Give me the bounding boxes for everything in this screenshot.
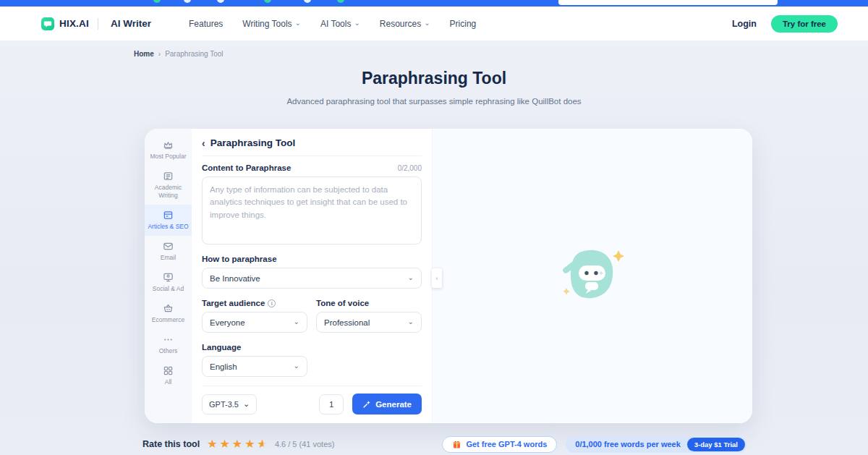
nav-menu: Features Writing Tools ⌄ AI Tools ⌄ Reso… <box>189 19 476 29</box>
grid-icon <box>163 365 174 376</box>
paraphrase-form: ‹ Paraphrasing Tool Content to Paraphras… <box>192 129 432 423</box>
nav-item-ai-tools[interactable]: AI Tools ⌄ <box>320 19 360 29</box>
nav-item-label: Features <box>189 19 223 29</box>
nav-item-label: AI Tools <box>320 19 351 29</box>
content-label-row: Content to Paraphrase 0/2,000 <box>202 163 422 172</box>
star-icon[interactable]: ★ <box>244 438 255 450</box>
language-select[interactable]: English ⌄ <box>202 356 307 377</box>
breadcrumb-separator: › <box>158 50 161 58</box>
info-icon[interactable]: i <box>268 299 276 307</box>
language-label: Language <box>202 343 422 352</box>
chevron-down-icon: ⌄ <box>294 362 299 370</box>
hix-logo-icon <box>41 17 54 30</box>
target-audience-label-text: Target audience <box>202 299 265 307</box>
email-icon <box>163 241 174 252</box>
toolbar-partial-icon <box>337 0 344 3</box>
chevron-down-icon: ⌄ <box>408 318 414 326</box>
chevron-down-icon: ⌄ <box>295 20 301 27</box>
generate-button[interactable]: Generate <box>352 394 422 414</box>
model-value: GPT-3.5 <box>209 400 239 409</box>
sidebar-item-all[interactable]: All <box>145 360 192 391</box>
trial-badge[interactable]: 3-day $1 Trial <box>687 438 745 451</box>
brand-divider <box>98 18 98 30</box>
nav-item-features[interactable]: Features <box>189 19 223 29</box>
star-icon[interactable]: ★ <box>232 438 242 450</box>
academic-writing-icon <box>163 171 174 182</box>
char-counter: 0/2,000 <box>398 164 422 172</box>
get-free-gpt4-words-pill[interactable]: Get free GPT-4 words <box>442 436 557 453</box>
sidebar-item-ecommerce[interactable]: Ecommerce <box>145 298 192 329</box>
output-count-input[interactable] <box>319 394 344 414</box>
language-value: English <box>210 362 237 371</box>
how-to-paraphrase-select[interactable]: Be Innovative ⌄ <box>202 268 422 289</box>
rating-widget: Rate this tool ★ ★ ★ ★ ★ ★ 4.6 / 5 (41 v… <box>142 438 334 450</box>
toolbar-partial-searchbox <box>558 0 778 5</box>
ellipsis-icon <box>163 334 174 345</box>
page-subtitle: Advanced paraphrasing tool that surpasse… <box>0 97 868 106</box>
audience-tone-row: Target audience i Everyone ⌄ Tone of voi… <box>202 299 422 333</box>
sidebar-item-academic-writing[interactable]: Academic Writing <box>145 166 192 205</box>
chevron-down-icon: ⌄ <box>408 273 414 281</box>
nav-item-label: Resources <box>380 19 421 29</box>
star-icon-partial[interactable]: ★ ★ <box>258 438 268 450</box>
breadcrumb: Home › Paraphrasing Tool <box>134 50 224 58</box>
target-audience-value: Everyone <box>210 318 245 327</box>
content-label: Content to Paraphrase <box>202 163 291 172</box>
tool-card: ‹ Most Popular Academic Writing Articles… <box>145 129 752 423</box>
sidebar-item-email[interactable]: Email <box>145 236 192 267</box>
page-title: Paraphrasing Tool <box>0 69 868 88</box>
breadcrumb-home-link[interactable]: Home <box>134 50 154 58</box>
login-link[interactable]: Login <box>732 19 757 29</box>
nav-right: Login Try for free <box>732 15 838 33</box>
brand-product: AI Writer <box>111 18 151 29</box>
gpt4-pill-label: Get free GPT-4 words <box>466 440 547 448</box>
nav-item-label: Writing Tools <box>242 19 292 29</box>
sidebar-item-articles-seo[interactable]: Articles & SEO <box>145 205 192 236</box>
sidebar-item-most-popular[interactable]: Most Popular <box>145 135 192 166</box>
toolbar-partial-icon <box>184 0 191 3</box>
sidebar-item-others[interactable]: Others <box>145 329 192 360</box>
form-title: Paraphrasing Tool <box>210 137 296 148</box>
nav-item-writing-tools[interactable]: Writing Tools ⌄ <box>242 19 301 29</box>
star-icon[interactable]: ★ <box>207 438 217 450</box>
hero: Paraphrasing Tool Advanced paraphrasing … <box>0 41 868 106</box>
content-textarea[interactable] <box>202 177 422 244</box>
sidebar-item-social-ad[interactable]: Social & Ad <box>145 267 192 298</box>
star-icon[interactable]: ★ <box>220 438 230 450</box>
sidebar-item-label: Ecommerce <box>152 316 184 324</box>
nav-item-label: Pricing <box>450 19 477 29</box>
sidebar-item-label: Articles & SEO <box>148 223 188 231</box>
how-to-paraphrase-value: Be Innovative <box>210 274 260 283</box>
nav-item-pricing[interactable]: Pricing <box>450 19 477 29</box>
model-select[interactable]: GPT-3.5 ⌄ <box>202 394 257 414</box>
form-header: ‹ Paraphrasing Tool <box>202 129 422 156</box>
sidebar-item-label: Email <box>161 254 176 262</box>
nav-item-resources[interactable]: Resources ⌄ <box>380 19 430 29</box>
navbar: HIX.AI AI Writer Features Writing Tools … <box>0 7 868 41</box>
toolbar-partial-icon <box>217 0 224 3</box>
toolbar-partial-icon <box>264 0 271 3</box>
sidebar-item-label: All <box>165 378 171 386</box>
back-icon[interactable]: ‹ <box>202 138 205 148</box>
tool-sidebar: Most Popular Academic Writing Articles &… <box>145 129 192 423</box>
tone-of-voice-select[interactable]: Professional ⌄ <box>316 312 422 333</box>
footer-row: Rate this tool ★ ★ ★ ★ ★ ★ 4.6 / 5 (41 v… <box>142 435 746 454</box>
breadcrumb-current: Paraphrasing Tool <box>165 50 223 58</box>
tone-of-voice-label: Tone of voice <box>316 299 422 307</box>
quota-label: 0/1,000 free words per week <box>575 440 681 448</box>
promo-pills: Get free GPT-4 words 0/1,000 free words … <box>442 436 746 453</box>
collapse-panel-handle[interactable]: ‹ <box>432 268 442 288</box>
toolbar-partial-icon <box>153 0 161 3</box>
free-words-quota-pill: 0/1,000 free words per week 3-day $1 Tri… <box>566 436 746 453</box>
star-rating[interactable]: ★ ★ ★ ★ ★ ★ <box>207 438 268 450</box>
sidebar-item-label: Others <box>159 347 178 355</box>
rating-score: 4.6 / 5 (41 votes) <box>275 440 335 448</box>
rate-this-tool-label: Rate this tool <box>142 439 200 449</box>
sidebar-item-label: Academic Writing <box>147 184 190 200</box>
try-for-free-button[interactable]: Try for free <box>771 15 838 33</box>
social-ad-icon <box>163 272 174 283</box>
target-audience-select[interactable]: Everyone ⌄ <box>202 312 307 333</box>
sidebar-item-label: Most Popular <box>150 153 186 161</box>
brand-logo[interactable]: HIX.AI AI Writer <box>41 17 151 30</box>
top-toolbar-strip <box>0 0 868 7</box>
